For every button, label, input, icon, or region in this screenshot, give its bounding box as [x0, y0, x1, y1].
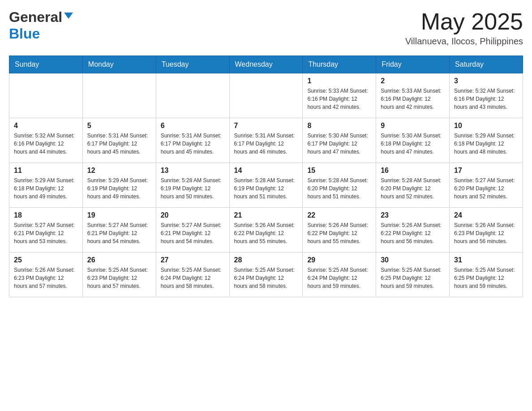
day-info: Sunrise: 5:26 AM Sunset: 6:23 PM Dayligh… [454, 221, 518, 245]
calendar-cell: 25Sunrise: 5:26 AM Sunset: 6:23 PM Dayli… [9, 253, 83, 297]
day-info: Sunrise: 5:29 AM Sunset: 6:19 PM Dayligh… [87, 176, 151, 201]
logo-blue-text: Blue [9, 26, 40, 42]
weekday-header-sunday: Sunday [9, 56, 83, 73]
day-info: Sunrise: 5:26 AM Sunset: 6:23 PM Dayligh… [14, 266, 78, 290]
day-number: 10 [454, 122, 518, 130]
calendar-cell: 2Sunrise: 5:33 AM Sunset: 6:16 PM Daylig… [376, 73, 450, 118]
weekday-header-monday: Monday [82, 56, 156, 73]
day-info: Sunrise: 5:31 AM Sunset: 6:17 PM Dayligh… [161, 132, 225, 156]
logo: General Blue [9, 9, 73, 42]
day-info: Sunrise: 5:26 AM Sunset: 6:22 PM Dayligh… [234, 221, 298, 245]
day-info: Sunrise: 5:25 AM Sunset: 6:24 PM Dayligh… [161, 266, 225, 290]
day-number: 30 [381, 256, 445, 264]
day-info: Sunrise: 5:27 AM Sunset: 6:20 PM Dayligh… [454, 176, 518, 201]
calendar-cell: 28Sunrise: 5:25 AM Sunset: 6:24 PM Dayli… [229, 253, 303, 297]
day-number: 9 [381, 122, 445, 130]
calendar-cell: 8Sunrise: 5:30 AM Sunset: 6:17 PM Daylig… [303, 118, 376, 163]
day-info: Sunrise: 5:28 AM Sunset: 6:20 PM Dayligh… [307, 176, 371, 201]
day-info: Sunrise: 5:28 AM Sunset: 6:20 PM Dayligh… [381, 176, 445, 201]
calendar-cell: 18Sunrise: 5:27 AM Sunset: 6:21 PM Dayli… [9, 208, 83, 253]
calendar-cell: 30Sunrise: 5:25 AM Sunset: 6:25 PM Dayli… [376, 253, 450, 297]
day-number: 6 [161, 122, 225, 130]
day-number: 23 [381, 211, 445, 219]
day-info: Sunrise: 5:25 AM Sunset: 6:23 PM Dayligh… [87, 266, 151, 290]
day-info: Sunrise: 5:33 AM Sunset: 6:16 PM Dayligh… [307, 87, 371, 111]
day-number: 21 [234, 211, 298, 219]
weekday-header-tuesday: Tuesday [156, 56, 229, 73]
day-number: 1 [307, 77, 371, 85]
day-info: Sunrise: 5:33 AM Sunset: 6:16 PM Dayligh… [381, 87, 445, 111]
day-number: 28 [234, 256, 298, 264]
day-number: 13 [161, 167, 225, 175]
logo-triangle-icon [64, 13, 73, 19]
day-number: 11 [14, 167, 78, 175]
day-info: Sunrise: 5:25 AM Sunset: 6:24 PM Dayligh… [234, 266, 298, 290]
calendar-cell: 6Sunrise: 5:31 AM Sunset: 6:17 PM Daylig… [156, 118, 229, 163]
day-info: Sunrise: 5:26 AM Sunset: 6:22 PM Dayligh… [307, 221, 371, 245]
day-number: 5 [87, 122, 151, 130]
calendar-cell: 27Sunrise: 5:25 AM Sunset: 6:24 PM Dayli… [156, 253, 229, 297]
day-info: Sunrise: 5:32 AM Sunset: 6:16 PM Dayligh… [14, 132, 78, 156]
day-number: 16 [381, 167, 445, 175]
title-section: May 2025 Villanueva, Ilocos, Philippines [405, 9, 523, 47]
calendar-cell: 9Sunrise: 5:30 AM Sunset: 6:18 PM Daylig… [376, 118, 450, 163]
day-info: Sunrise: 5:29 AM Sunset: 6:18 PM Dayligh… [454, 132, 518, 156]
calendar-cell [82, 73, 156, 118]
calendar-cell: 17Sunrise: 5:27 AM Sunset: 6:20 PM Dayli… [450, 163, 523, 208]
calendar-cell: 22Sunrise: 5:26 AM Sunset: 6:22 PM Dayli… [303, 208, 376, 253]
weekday-header-friday: Friday [376, 56, 450, 73]
day-info: Sunrise: 5:31 AM Sunset: 6:17 PM Dayligh… [87, 132, 151, 156]
calendar-cell: 11Sunrise: 5:29 AM Sunset: 6:18 PM Dayli… [9, 163, 83, 208]
calendar-cell: 23Sunrise: 5:26 AM Sunset: 6:22 PM Dayli… [376, 208, 450, 253]
day-number: 19 [87, 211, 151, 219]
day-info: Sunrise: 5:27 AM Sunset: 6:21 PM Dayligh… [87, 221, 151, 245]
calendar-cell: 16Sunrise: 5:28 AM Sunset: 6:20 PM Dayli… [376, 163, 450, 208]
day-info: Sunrise: 5:26 AM Sunset: 6:22 PM Dayligh… [381, 221, 445, 245]
calendar-week-4: 18Sunrise: 5:27 AM Sunset: 6:21 PM Dayli… [9, 208, 523, 253]
calendar-cell: 13Sunrise: 5:28 AM Sunset: 6:19 PM Dayli… [156, 163, 229, 208]
location-text: Villanueva, Ilocos, Philippines [405, 36, 523, 47]
day-number: 31 [454, 256, 518, 264]
day-number: 8 [307, 122, 371, 130]
month-title: May 2025 [405, 9, 523, 34]
day-number: 24 [454, 211, 518, 219]
calendar-cell: 10Sunrise: 5:29 AM Sunset: 6:18 PM Dayli… [450, 118, 523, 163]
calendar-cell: 7Sunrise: 5:31 AM Sunset: 6:17 PM Daylig… [229, 118, 303, 163]
weekday-header-thursday: Thursday [303, 56, 376, 73]
day-number: 18 [14, 211, 78, 219]
calendar-cell: 5Sunrise: 5:31 AM Sunset: 6:17 PM Daylig… [82, 118, 156, 163]
calendar-cell: 12Sunrise: 5:29 AM Sunset: 6:19 PM Dayli… [82, 163, 156, 208]
calendar-cell [9, 73, 83, 118]
day-number: 2 [381, 77, 445, 85]
day-info: Sunrise: 5:25 AM Sunset: 6:25 PM Dayligh… [454, 266, 518, 290]
calendar-cell: 19Sunrise: 5:27 AM Sunset: 6:21 PM Dayli… [82, 208, 156, 253]
calendar-table: SundayMondayTuesdayWednesdayThursdayFrid… [9, 56, 523, 297]
calendar-cell: 26Sunrise: 5:25 AM Sunset: 6:23 PM Dayli… [82, 253, 156, 297]
calendar-cell: 15Sunrise: 5:28 AM Sunset: 6:20 PM Dayli… [303, 163, 376, 208]
day-number: 27 [161, 256, 225, 264]
day-number: 17 [454, 167, 518, 175]
calendar-cell: 20Sunrise: 5:27 AM Sunset: 6:21 PM Dayli… [156, 208, 229, 253]
day-number: 4 [14, 122, 78, 130]
calendar-cell: 24Sunrise: 5:26 AM Sunset: 6:23 PM Dayli… [450, 208, 523, 253]
calendar-cell: 14Sunrise: 5:28 AM Sunset: 6:19 PM Dayli… [229, 163, 303, 208]
day-number: 12 [87, 167, 151, 175]
day-number: 25 [14, 256, 78, 264]
logo-general-text: General [9, 9, 62, 26]
day-info: Sunrise: 5:31 AM Sunset: 6:17 PM Dayligh… [234, 132, 298, 156]
day-number: 15 [307, 167, 371, 175]
calendar-week-1: 1Sunrise: 5:33 AM Sunset: 6:16 PM Daylig… [9, 73, 523, 118]
day-number: 20 [161, 211, 225, 219]
day-info: Sunrise: 5:27 AM Sunset: 6:21 PM Dayligh… [14, 221, 78, 245]
calendar-week-5: 25Sunrise: 5:26 AM Sunset: 6:23 PM Dayli… [9, 253, 523, 297]
day-info: Sunrise: 5:25 AM Sunset: 6:24 PM Dayligh… [307, 266, 371, 290]
day-number: 22 [307, 211, 371, 219]
day-info: Sunrise: 5:25 AM Sunset: 6:25 PM Dayligh… [381, 266, 445, 290]
day-info: Sunrise: 5:27 AM Sunset: 6:21 PM Dayligh… [161, 221, 225, 245]
day-number: 26 [87, 256, 151, 264]
day-number: 14 [234, 167, 298, 175]
day-info: Sunrise: 5:30 AM Sunset: 6:18 PM Dayligh… [381, 132, 445, 156]
day-info: Sunrise: 5:30 AM Sunset: 6:17 PM Dayligh… [307, 132, 371, 156]
calendar-cell [156, 73, 229, 118]
calendar-cell: 3Sunrise: 5:32 AM Sunset: 6:16 PM Daylig… [450, 73, 523, 118]
